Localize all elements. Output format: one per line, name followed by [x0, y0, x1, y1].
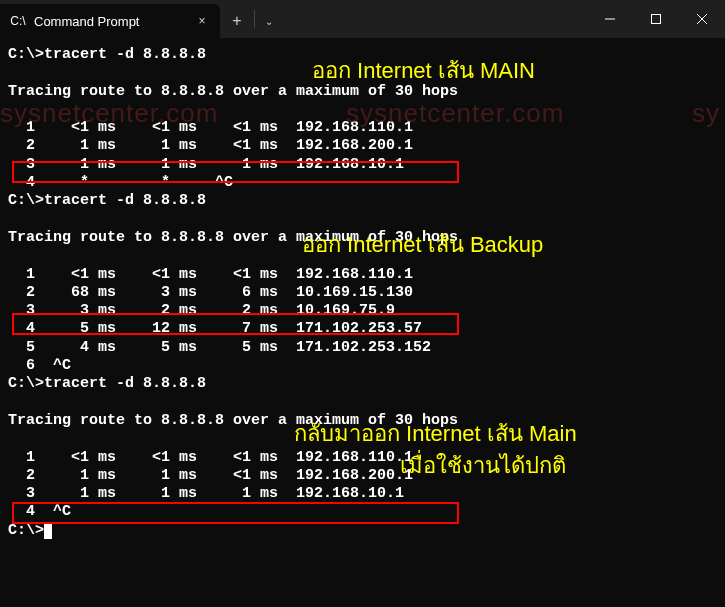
terminal-line: [8, 394, 717, 412]
terminal-line: 5 4 ms 5 ms 5 ms 171.102.253.152: [8, 339, 717, 357]
terminal-line: [8, 430, 717, 448]
maximize-button[interactable]: [633, 0, 679, 38]
terminal-line: [8, 64, 717, 82]
cmd-icon: C:\: [10, 13, 26, 29]
terminal-line: 1 <1 ms <1 ms <1 ms 192.168.110.1: [8, 266, 717, 284]
minimize-button[interactable]: [587, 0, 633, 38]
terminal-line: 4 5 ms 12 ms 7 ms 171.102.253.57: [8, 320, 717, 338]
terminal-line: C:\>tracert -d 8.8.8.8: [8, 46, 717, 64]
close-icon: [697, 14, 707, 24]
terminal-line: 2 1 ms 1 ms <1 ms 192.168.200.1: [8, 137, 717, 155]
titlebar: C:\ Command Prompt × + ⌄: [0, 0, 725, 38]
terminal-line: 1 <1 ms <1 ms <1 ms 192.168.110.1: [8, 119, 717, 137]
titlebar-spacer: [283, 0, 587, 38]
tab-close-button[interactable]: ×: [194, 13, 210, 29]
terminal-line: 2 1 ms 1 ms <1 ms 192.168.200.1: [8, 467, 717, 485]
tab-active[interactable]: C:\ Command Prompt ×: [0, 4, 220, 38]
maximize-icon: [651, 14, 661, 24]
terminal-line: C:\>tracert -d 8.8.8.8: [8, 192, 717, 210]
terminal-line: 2 68 ms 3 ms 6 ms 10.169.15.130: [8, 284, 717, 302]
terminal-line: C:\>: [8, 522, 717, 540]
terminal-line: 6 ^C: [8, 357, 717, 375]
tab-title: Command Prompt: [34, 14, 186, 29]
tab-dropdown-button[interactable]: ⌄: [255, 4, 283, 38]
terminal-line: Tracing route to 8.8.8.8 over a maximum …: [8, 229, 717, 247]
minimize-icon: [605, 14, 615, 24]
close-button[interactable]: [679, 0, 725, 38]
terminal-content[interactable]: C:\>tracert -d 8.8.8.8 Tracing route to …: [0, 38, 725, 548]
terminal-line: 3 1 ms 1 ms 1 ms 192.168.10.1: [8, 156, 717, 174]
terminal-line: Tracing route to 8.8.8.8 over a maximum …: [8, 83, 717, 101]
cursor: [44, 523, 52, 539]
svg-rect-1: [652, 15, 661, 24]
new-tab-button[interactable]: +: [220, 4, 254, 38]
terminal-line: [8, 211, 717, 229]
terminal-line: Tracing route to 8.8.8.8 over a maximum …: [8, 412, 717, 430]
terminal-line: 4 ^C: [8, 503, 717, 521]
terminal-line: 4 * * ^C: [8, 174, 717, 192]
terminal-line: 3 3 ms 2 ms 2 ms 10.169.75.9: [8, 302, 717, 320]
terminal-line: C:\>tracert -d 8.8.8.8: [8, 375, 717, 393]
terminal-line: [8, 101, 717, 119]
terminal-line: 1 <1 ms <1 ms <1 ms 192.168.110.1: [8, 449, 717, 467]
terminal-line: 3 1 ms 1 ms 1 ms 192.168.10.1: [8, 485, 717, 503]
terminal-line: [8, 247, 717, 265]
